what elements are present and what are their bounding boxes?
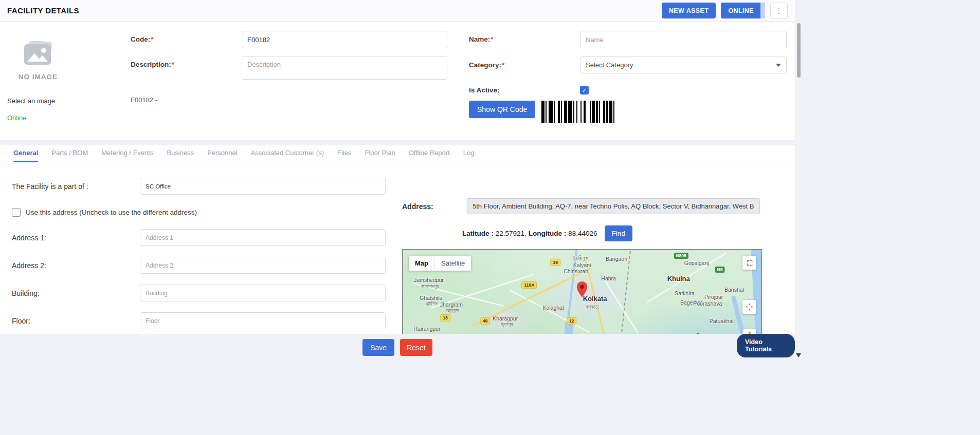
map-place-label: Barishal: [724, 287, 744, 293]
use-address-checkbox[interactable]: [12, 208, 21, 217]
address-map-pane: Address: Latitude : 22.57921, Longitude …: [402, 198, 773, 334]
tab-files[interactable]: Files: [337, 145, 351, 162]
chevron-down-icon: [776, 64, 781, 67]
code-row: Code:*: [131, 31, 447, 48]
address1-input[interactable]: [140, 229, 386, 246]
header-actions: NEW ASSET ONLINE ⋮: [662, 3, 788, 18]
video-tutorials-button[interactable]: Video Tutorials: [737, 334, 795, 357]
kebab-icon: ⋮: [775, 6, 783, 15]
online-button-label: ONLINE: [728, 7, 754, 14]
name-input[interactable]: [580, 31, 787, 48]
map-place-label: Kalyani: [573, 262, 591, 268]
map-canvas[interactable]: JamshedpurজামশেদপুরGhatshilaঘাটশিলাJharg…: [402, 249, 762, 334]
address-label: Address:: [402, 202, 467, 211]
latitude-value: 22.57921,: [496, 230, 527, 237]
tab-associated-customer-s[interactable]: Associated Customer (s): [251, 145, 324, 162]
part-of-label: The Facility is a part of :: [12, 182, 140, 191]
map-place-label: Satkhira: [675, 290, 695, 296]
longitude-label: Longitude :: [529, 230, 566, 237]
footer-actions: Save Reset: [0, 339, 795, 356]
lat-lng-row: Latitude : 22.57921, Longitude : 88.4402…: [462, 225, 773, 241]
show-qr-code-button[interactable]: Show QR Code: [469, 101, 535, 118]
header-bar: FACILITY DETAILS NEW ASSET ONLINE ⋮: [0, 0, 795, 22]
reset-button[interactable]: Reset: [400, 339, 432, 356]
address-readonly-input: [467, 198, 760, 214]
tab-offline-report[interactable]: Offline Report: [409, 145, 450, 162]
code-input[interactable]: [242, 31, 447, 48]
map-place-label: জামশেদপুর: [421, 283, 439, 290]
map-place-label: খড়গপুর: [501, 321, 513, 328]
is-active-label: Is Active:: [469, 86, 580, 94]
address1-label: Address 1:: [12, 234, 140, 242]
map-place-label: Ghatshila: [420, 295, 442, 301]
tab-business[interactable]: Business: [167, 145, 194, 162]
map-place-label: ঘাটশিলা: [426, 301, 438, 307]
is-active-row: Is Active:: [469, 86, 788, 94]
map-route-badge: 18: [440, 314, 450, 321]
new-asset-button[interactable]: NEW ASSET: [662, 3, 716, 18]
name-row: Name:*: [469, 31, 788, 48]
part-of-input[interactable]: [140, 178, 386, 195]
floor-input[interactable]: [140, 312, 386, 329]
find-button[interactable]: Find: [605, 225, 632, 241]
is-active-checkbox[interactable]: [580, 86, 589, 94]
pegman-icon[interactable]: [742, 329, 756, 334]
part-of-row: The Facility is a part of :: [12, 178, 795, 195]
map-place-label: Kharagpur: [493, 315, 518, 321]
map-place-label: Kolaghat: [542, 305, 564, 311]
address2-input[interactable]: [140, 257, 386, 274]
select-image-link[interactable]: Select an image: [7, 97, 131, 105]
map-place-label: উয়ারি ব্লক: [573, 255, 588, 261]
online-button[interactable]: ONLINE: [721, 3, 765, 18]
tab-log[interactable]: Log: [463, 145, 475, 162]
map-type-control: Map Satellite: [409, 256, 471, 271]
tabs: GeneralParts / BOMMetering / EventsBusin…: [0, 145, 795, 162]
map-place-label: Habra: [601, 275, 616, 281]
tab-parts-bom[interactable]: Parts / BOM: [51, 145, 88, 162]
map-route-badge: 116A: [521, 281, 537, 289]
tab-floor-plan[interactable]: Floor Plan: [365, 145, 395, 162]
description-input[interactable]: [242, 56, 447, 80]
map-route-badge: 12: [567, 317, 576, 325]
building-input[interactable]: [140, 285, 386, 301]
general-tab-content: The Facility is a part of : Use this add…: [0, 162, 795, 334]
map-road: [603, 278, 638, 333]
map-place-label: Pourashava: [693, 300, 722, 307]
tabs-card: GeneralParts / BOMMetering / EventsBusin…: [0, 145, 795, 334]
required-asterisk: *: [172, 61, 174, 68]
map-place-label: Barguna: [696, 332, 717, 334]
map-type-map-button[interactable]: Map: [409, 256, 434, 271]
map-place-label: Jamshedpur: [414, 277, 444, 283]
description-row: Description:*: [131, 56, 447, 80]
scrollbar-down-arrow[interactable]: [796, 353, 801, 357]
map-place-label: Chinsurah: [564, 268, 588, 274]
tab-metering-events[interactable]: Metering / Events: [101, 145, 153, 162]
use-address-label: Use this address (Uncheck to use the dif…: [26, 209, 197, 216]
name-label: Name:*: [469, 31, 580, 48]
code-label: Code:*: [131, 31, 242, 48]
map-place-label: ঝাড়গ্রাম: [446, 308, 459, 314]
map-place-label: Gopalganj: [684, 260, 709, 266]
category-select[interactable]: Select Category: [580, 56, 787, 73]
floor-label: Floor:: [12, 317, 140, 325]
pan-icon[interactable]: [742, 300, 756, 314]
page-title: FACILITY DETAILS: [7, 6, 662, 15]
save-button[interactable]: Save: [362, 339, 394, 356]
map-place-label: Kolkata: [583, 295, 607, 302]
required-asterisk: *: [491, 35, 493, 43]
vertical-scrollbar[interactable]: [796, 22, 802, 358]
category-label: Category:*: [469, 56, 580, 73]
more-options-button[interactable]: ⋮: [770, 3, 788, 18]
tab-general[interactable]: General: [13, 145, 38, 162]
fullscreen-icon[interactable]: [742, 256, 756, 270]
address-row: Address:: [402, 198, 773, 214]
map-type-satellite-button[interactable]: Satellite: [435, 256, 471, 271]
scrollbar-thumb[interactable]: [797, 23, 801, 78]
tab-personnel[interactable]: Personnel: [207, 145, 238, 162]
facility-details-page: FACILITY DETAILS NEW ASSET ONLINE ⋮: [0, 0, 795, 435]
address2-label: Address 2:: [12, 261, 140, 270]
qr-row: Show QR Code: [469, 101, 788, 123]
map-place-label: Khulna: [667, 274, 690, 282]
barcode-image: [541, 101, 628, 123]
name-category-column: Name:* Category:* Select Category Is Act…: [469, 31, 788, 140]
